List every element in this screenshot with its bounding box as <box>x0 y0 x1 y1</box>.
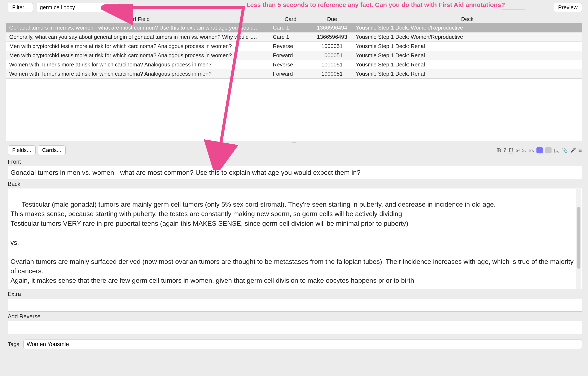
cell-due: 1366596493 <box>311 32 353 42</box>
cell-due: 1000051 <box>311 60 353 69</box>
cell-card: Card 1 <box>270 23 311 32</box>
col-header-deck[interactable]: Deck <box>353 15 582 23</box>
fg-color-chip[interactable] <box>536 147 543 153</box>
cell-deck: Yousmle Step 1 Deck::Renal <box>353 60 582 69</box>
attach-icon[interactable]: 📎 <box>562 147 568 153</box>
filter-button[interactable]: Filter... <box>8 3 33 12</box>
pane-splitter[interactable] <box>0 141 588 145</box>
preview-button[interactable]: Preview <box>554 3 582 12</box>
cell-due: 1000051 <box>311 51 353 60</box>
back-label: Back <box>8 181 582 187</box>
extra-label: Extra <box>8 291 582 297</box>
cell-card: Reverse <box>270 42 311 51</box>
cell-sortfield: Women with Turner's more at risk for whi… <box>6 60 270 69</box>
front-label: Front <box>8 159 582 165</box>
bold-icon[interactable]: B <box>497 147 501 154</box>
col-header-sortfield[interactable]: Sort Field <box>6 15 270 23</box>
back-scrollbar[interactable] <box>576 189 581 289</box>
search-input[interactable] <box>37 3 118 12</box>
more-icon[interactable]: ≡ <box>578 147 582 154</box>
addreverse-label: Add Reverse <box>8 313 582 320</box>
cell-deck: Yousmle Step 1 Deck::Women/Reproductive <box>353 23 582 32</box>
front-field[interactable]: Gonadal tumors in men vs. women - what a… <box>8 166 582 179</box>
col-header-due[interactable]: Due <box>311 15 353 23</box>
back-field[interactable]: Testicular (male gonadal) tumors are mai… <box>8 188 582 289</box>
table-row[interactable]: Generally, what can you say about genera… <box>6 32 582 42</box>
table-row[interactable]: Men with cryptorchid testis more at risk… <box>6 42 582 51</box>
fields-button[interactable]: Fields... <box>8 146 36 155</box>
cell-due: 1000051 <box>311 69 353 78</box>
tags-label: Tags <box>8 341 19 347</box>
col-header-card[interactable]: Card <box>270 15 311 23</box>
table-row[interactable]: Gonadal tumors in men vs. women - what a… <box>6 23 582 32</box>
back-field-text: Testicular (male gonadal) tumors are mai… <box>10 201 576 284</box>
underline-icon[interactable]: U <box>509 147 513 154</box>
cell-card: Reverse <box>270 60 311 69</box>
cell-due: 1366596494 <box>311 23 353 32</box>
cell-deck: Yousmle Step 1 Deck::Renal <box>353 51 582 60</box>
grid-header-row: Sort Field Card Due Deck <box>6 15 582 23</box>
cell-sortfield: Men with cryptorchid testis more at risk… <box>6 51 270 60</box>
addreverse-field[interactable] <box>8 321 582 334</box>
cell-sortfield: Women with Turner's more at risk for whi… <box>6 69 270 78</box>
cloze-icon[interactable]: [,,] <box>554 147 559 153</box>
cell-sortfield: Men with cryptorchid testis more at risk… <box>6 42 270 51</box>
subscript-icon[interactable]: S₂ <box>522 147 527 153</box>
tags-input[interactable] <box>23 340 582 349</box>
cell-deck: Yousmle Step 1 Deck::Women/Reproductive <box>353 32 582 42</box>
cell-card: Card 1 <box>270 32 311 42</box>
table-row[interactable]: Women with Turner's more at risk for whi… <box>6 69 582 79</box>
cell-card: Forward <box>270 69 311 78</box>
extra-field[interactable] <box>8 298 582 312</box>
table-row[interactable]: Women with Turner's more at risk for whi… <box>6 60 582 69</box>
remove-format-icon[interactable]: Fx <box>529 147 534 153</box>
cards-button[interactable]: Cards... <box>38 146 66 155</box>
cell-deck: Yousmle Step 1 Deck::Renal <box>353 69 582 78</box>
bg-color-chip[interactable] <box>545 147 552 153</box>
cell-deck: Yousmle Step 1 Deck::Renal <box>353 42 582 51</box>
cell-sortfield: Generally, what can you say about genera… <box>6 32 270 42</box>
superscript-icon[interactable]: S² <box>516 147 520 153</box>
cell-card: Forward <box>270 51 311 60</box>
table-row[interactable]: Men with cryptorchid testis more at risk… <box>6 51 582 60</box>
cell-due: 1000051 <box>311 42 353 51</box>
record-icon[interactable]: 🎤 <box>570 147 576 153</box>
cell-sortfield: Gonadal tumors in men vs. women - what a… <box>6 23 270 32</box>
card-grid[interactable]: Sort Field Card Due Deck Gonadal tumors … <box>6 15 582 141</box>
italic-icon[interactable]: I <box>504 147 506 154</box>
format-toolbar: B I U S² S₂ Fx [,,] 📎 🎤 ≡ <box>497 147 582 154</box>
